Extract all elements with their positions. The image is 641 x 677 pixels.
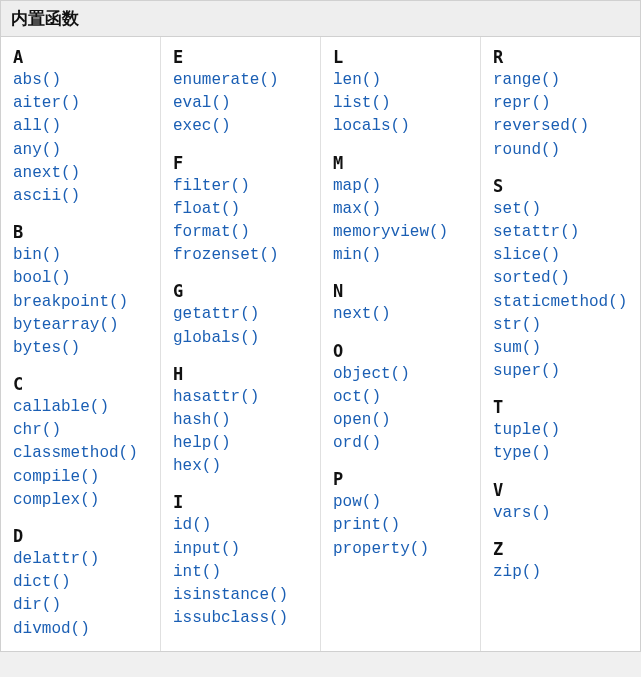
function-link[interactable]: str() bbox=[493, 314, 634, 337]
panel-title: 内置函数 bbox=[1, 1, 640, 37]
function-link[interactable]: memoryview() bbox=[333, 221, 474, 244]
function-link[interactable]: oct() bbox=[333, 386, 474, 409]
function-link[interactable]: next() bbox=[333, 303, 474, 326]
function-link[interactable]: bool() bbox=[13, 267, 154, 290]
section-S: Sset()setattr()slice()sorted()staticmeth… bbox=[493, 176, 634, 384]
function-link[interactable]: dir() bbox=[13, 594, 154, 617]
function-link[interactable]: compile() bbox=[13, 466, 154, 489]
section-heading: O bbox=[333, 341, 474, 361]
builtin-functions-panel: 内置函数 Aabs()aiter()all()any()anext()ascii… bbox=[0, 0, 641, 652]
section-heading: C bbox=[13, 374, 154, 394]
section-heading: F bbox=[173, 153, 314, 173]
function-link[interactable]: zip() bbox=[493, 561, 634, 584]
section-V: Vvars() bbox=[493, 480, 634, 525]
function-link[interactable]: format() bbox=[173, 221, 314, 244]
section-heading: D bbox=[13, 526, 154, 546]
function-link[interactable]: property() bbox=[333, 538, 474, 561]
function-link[interactable]: round() bbox=[493, 139, 634, 162]
function-link[interactable]: bin() bbox=[13, 244, 154, 267]
function-link[interactable]: divmod() bbox=[13, 618, 154, 641]
section-heading: A bbox=[13, 47, 154, 67]
function-link[interactable]: complex() bbox=[13, 489, 154, 512]
function-link[interactable]: bytearray() bbox=[13, 314, 154, 337]
function-link[interactable]: ord() bbox=[333, 432, 474, 455]
section-Z: Zzip() bbox=[493, 539, 634, 584]
function-link[interactable]: reversed() bbox=[493, 115, 634, 138]
function-link[interactable]: super() bbox=[493, 360, 634, 383]
function-link[interactable]: len() bbox=[333, 69, 474, 92]
function-link[interactable]: range() bbox=[493, 69, 634, 92]
function-link[interactable]: print() bbox=[333, 514, 474, 537]
section-heading: I bbox=[173, 492, 314, 512]
section-heading: L bbox=[333, 47, 474, 67]
function-link[interactable]: eval() bbox=[173, 92, 314, 115]
section-B: Bbin()bool()breakpoint()bytearray()bytes… bbox=[13, 222, 154, 360]
function-link[interactable]: set() bbox=[493, 198, 634, 221]
function-link[interactable]: delattr() bbox=[13, 548, 154, 571]
function-link[interactable]: tuple() bbox=[493, 419, 634, 442]
function-link[interactable]: enumerate() bbox=[173, 69, 314, 92]
function-link[interactable]: dict() bbox=[13, 571, 154, 594]
function-link[interactable]: aiter() bbox=[13, 92, 154, 115]
function-link[interactable]: map() bbox=[333, 175, 474, 198]
section-heading: B bbox=[13, 222, 154, 242]
section-T: Ttuple()type() bbox=[493, 397, 634, 465]
function-link[interactable]: anext() bbox=[13, 162, 154, 185]
section-C: Ccallable()chr()classmethod()compile()co… bbox=[13, 374, 154, 512]
function-link[interactable]: pow() bbox=[333, 491, 474, 514]
function-link[interactable]: locals() bbox=[333, 115, 474, 138]
function-link[interactable]: slice() bbox=[493, 244, 634, 267]
section-heading: V bbox=[493, 480, 634, 500]
function-link[interactable]: sorted() bbox=[493, 267, 634, 290]
section-heading: M bbox=[333, 153, 474, 173]
function-link[interactable]: min() bbox=[333, 244, 474, 267]
function-link[interactable]: isinstance() bbox=[173, 584, 314, 607]
function-link[interactable]: chr() bbox=[13, 419, 154, 442]
function-link[interactable]: id() bbox=[173, 514, 314, 537]
function-link[interactable]: callable() bbox=[13, 396, 154, 419]
function-link[interactable]: ascii() bbox=[13, 185, 154, 208]
function-link[interactable]: getattr() bbox=[173, 303, 314, 326]
function-link[interactable]: abs() bbox=[13, 69, 154, 92]
section-R: Rrange()repr()reversed()round() bbox=[493, 47, 634, 162]
function-link[interactable]: hasattr() bbox=[173, 386, 314, 409]
function-link[interactable]: open() bbox=[333, 409, 474, 432]
function-link[interactable]: hash() bbox=[173, 409, 314, 432]
function-link[interactable]: issubclass() bbox=[173, 607, 314, 630]
function-link[interactable]: list() bbox=[333, 92, 474, 115]
section-M: Mmap()max()memoryview()min() bbox=[333, 153, 474, 268]
function-link[interactable]: object() bbox=[333, 363, 474, 386]
function-link[interactable]: max() bbox=[333, 198, 474, 221]
function-link[interactable]: globals() bbox=[173, 327, 314, 350]
function-link[interactable]: input() bbox=[173, 538, 314, 561]
function-link[interactable]: hex() bbox=[173, 455, 314, 478]
function-link[interactable]: help() bbox=[173, 432, 314, 455]
function-link[interactable]: vars() bbox=[493, 502, 634, 525]
function-link[interactable]: any() bbox=[13, 139, 154, 162]
function-link[interactable]: classmethod() bbox=[13, 442, 154, 465]
function-link[interactable]: frozenset() bbox=[173, 244, 314, 267]
column-1: Eenumerate()eval()exec()Ffilter()float()… bbox=[161, 37, 321, 651]
function-link[interactable]: bytes() bbox=[13, 337, 154, 360]
function-link[interactable]: filter() bbox=[173, 175, 314, 198]
function-link[interactable]: sum() bbox=[493, 337, 634, 360]
section-H: Hhasattr()hash()help()hex() bbox=[173, 364, 314, 479]
section-heading: E bbox=[173, 47, 314, 67]
section-O: Oobject()oct()open()ord() bbox=[333, 341, 474, 456]
section-heading: G bbox=[173, 281, 314, 301]
function-link[interactable]: all() bbox=[13, 115, 154, 138]
function-link[interactable]: exec() bbox=[173, 115, 314, 138]
section-P: Ppow()print()property() bbox=[333, 469, 474, 561]
section-I: Iid()input()int()isinstance()issubclass(… bbox=[173, 492, 314, 630]
section-heading: N bbox=[333, 281, 474, 301]
section-E: Eenumerate()eval()exec() bbox=[173, 47, 314, 139]
function-link[interactable]: repr() bbox=[493, 92, 634, 115]
column-0: Aabs()aiter()all()any()anext()ascii()Bbi… bbox=[1, 37, 161, 651]
function-link[interactable]: int() bbox=[173, 561, 314, 584]
function-link[interactable]: setattr() bbox=[493, 221, 634, 244]
function-link[interactable]: float() bbox=[173, 198, 314, 221]
function-link[interactable]: type() bbox=[493, 442, 634, 465]
section-L: Llen()list()locals() bbox=[333, 47, 474, 139]
function-link[interactable]: staticmethod() bbox=[493, 291, 634, 314]
function-link[interactable]: breakpoint() bbox=[13, 291, 154, 314]
